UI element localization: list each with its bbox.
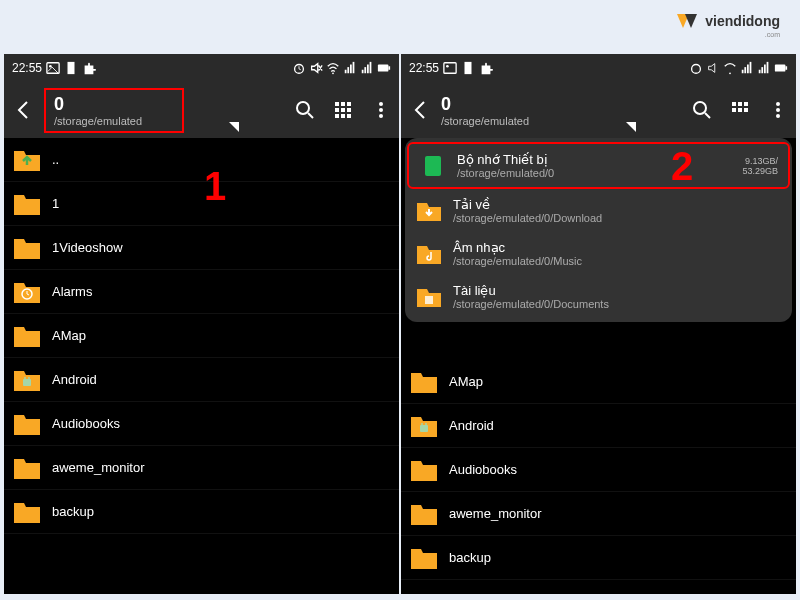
signal2-icon [757,61,771,75]
popup-item-icon [415,242,443,266]
svg-rect-31 [444,63,456,74]
svg-rect-18 [335,108,339,112]
list-item[interactable]: Android [401,404,796,448]
path-dropdown[interactable]: 0 /storage/emulated [44,88,184,133]
folder-icon [409,413,439,439]
list-item[interactable]: backup [401,536,796,580]
app-header: 0 /storage/emulated [401,82,796,138]
statusbar: 22:55 [401,54,796,82]
image-icon [46,61,60,75]
svg-rect-19 [341,108,345,112]
wifi-icon [723,61,737,75]
statusbar: 22:55 [4,54,399,82]
popup-item-title: Tài liệu [453,283,609,298]
file-list-left[interactable]: .. 1 1Videoshow Alarms AMap Android Audi… [4,138,399,534]
svg-point-33 [692,65,701,74]
status-time: 22:55 [12,61,42,75]
folder-icon [409,501,439,527]
back-icon[interactable] [409,98,433,122]
folder-icon [12,455,42,481]
more-icon[interactable] [768,100,788,120]
list-item[interactable]: 1Videoshow [4,226,399,270]
folder-icon [409,457,439,483]
back-icon[interactable] [12,98,36,122]
svg-rect-20 [347,108,351,112]
svg-rect-35 [742,70,744,74]
list-item[interactable]: .. [4,138,399,182]
popup-item[interactable]: Tài liệu /storage/emulated/0/Documents [405,275,792,318]
popup-item[interactable]: Bộ nhớ Thiết bị /storage/emulated/0 9.13… [407,142,790,189]
svg-rect-28 [23,379,31,386]
folder-icon [409,369,439,395]
svg-point-34 [729,72,731,74]
more-icon[interactable] [371,100,391,120]
list-item[interactable]: Audiobooks [4,402,399,446]
svg-rect-50 [738,108,742,112]
svg-rect-47 [738,102,742,106]
svg-point-24 [379,102,383,106]
list-item[interactable]: Audiobooks [401,448,796,492]
list-item[interactable]: Alarms [4,270,399,314]
folder-icon [12,279,42,305]
svg-rect-51 [744,108,748,112]
item-label: .. [52,152,59,167]
svg-rect-17 [347,102,351,106]
folder-icon [409,545,439,571]
svg-point-53 [776,108,780,112]
phone-left: 22:55 0 /storage/emulated 1 .. [4,54,399,594]
svg-rect-11 [370,62,372,73]
folder-icon [12,191,42,217]
list-item[interactable]: Android [4,358,399,402]
item-label: backup [449,550,491,565]
svg-point-29 [24,377,26,379]
alarm-icon [689,61,703,75]
grid-view-icon[interactable] [333,100,353,120]
list-item[interactable]: aweme_monitor [401,492,796,536]
annotation-2: 2 [671,144,693,189]
path-subtitle: /storage/emulated [54,115,142,127]
svg-point-14 [297,102,309,114]
brand-sub: .com [765,31,780,38]
path-dropdown[interactable]: 0 /storage/emulated [441,94,529,127]
list-item[interactable]: AMap [401,360,796,404]
svg-rect-4 [345,70,347,74]
svg-point-54 [776,114,780,118]
svg-rect-43 [775,65,786,72]
grid-view-icon[interactable] [730,100,750,120]
sd-card-icon [461,61,475,75]
svg-rect-8 [362,70,364,74]
svg-rect-46 [732,102,736,106]
item-label: backup [52,504,94,519]
search-icon[interactable] [295,100,315,120]
svg-rect-23 [347,114,351,118]
app-header: 0 /storage/emulated [4,82,399,138]
list-item[interactable]: aweme_monitor [4,446,399,490]
folder-icon [12,147,42,173]
svg-rect-48 [744,102,748,106]
path-subtitle: /storage/emulated [441,115,529,127]
item-label: aweme_monitor [52,460,145,475]
popup-item-icon [415,285,443,309]
popup-item-path: /storage/emulated/0/Download [453,212,602,224]
svg-rect-57 [425,296,433,304]
storage-popup: Bộ nhớ Thiết bị /storage/emulated/0 9.13… [405,138,792,322]
file-list-right[interactable]: AMap Android Audiobooks aweme_monitor ba… [401,360,796,580]
search-icon[interactable] [692,100,712,120]
status-time: 22:55 [409,61,439,75]
popup-item-size: 9.13GB/53.29GB [742,156,778,176]
popup-item[interactable]: Âm nhạc /storage/emulated/0/Music [405,232,792,275]
annotation-1: 1 [204,164,226,209]
list-item[interactable]: AMap [4,314,399,358]
list-item[interactable]: backup [4,490,399,534]
phone-right: 22:55 0 /storage/emulated 2 Bộ nhớ Thi [401,54,796,594]
svg-point-26 [379,114,383,118]
popup-item[interactable]: Tải về /storage/emulated/0/Download [405,189,792,232]
svg-rect-36 [744,67,746,73]
svg-rect-56 [428,159,438,162]
svg-point-3 [332,72,334,74]
svg-rect-39 [759,70,761,74]
svg-rect-58 [420,425,428,432]
list-item[interactable]: 1 [4,182,399,226]
svg-rect-41 [764,65,766,74]
item-label: aweme_monitor [449,506,542,521]
